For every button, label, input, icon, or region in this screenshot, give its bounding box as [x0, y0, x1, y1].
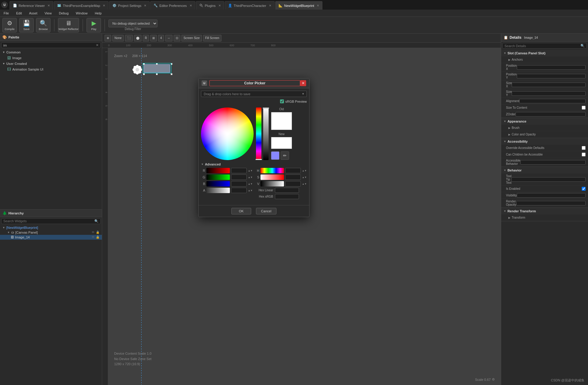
close-icon[interactable]: ✕	[144, 4, 146, 7]
srgb-checkbox[interactable]	[280, 99, 284, 103]
selection-handle-bm[interactable]	[156, 73, 158, 75]
close-icon[interactable]: ✕	[47, 4, 50, 7]
cancel-button[interactable]: Cancel	[256, 208, 276, 214]
zorder-input[interactable]	[516, 112, 586, 117]
lock-icon[interactable]: 🔒	[96, 231, 99, 234]
image-lock-icon[interactable]: 🔒	[96, 235, 99, 239]
palette-search-input[interactable]	[3, 44, 96, 47]
size-y-input[interactable]	[512, 91, 586, 96]
details-search-input[interactable]	[504, 44, 580, 48]
menu-window[interactable]: Window	[75, 11, 89, 15]
menu-file[interactable]: File	[2, 11, 10, 15]
pos-y-input[interactable]	[517, 74, 586, 78]
visibility-input[interactable]	[517, 193, 586, 198]
canvas-screen-size-btn[interactable]: Screen Size	[181, 35, 202, 41]
accessible-behavior-input[interactable]	[520, 160, 586, 165]
h-slider-container[interactable]	[260, 168, 284, 173]
hierarchy-item-canvas[interactable]: ▼ 🗂 [Canvas Panel] 👁 🔒	[0, 230, 102, 235]
canvas-circle-btn[interactable]: ⬤	[134, 35, 142, 41]
a-slider-container[interactable]	[206, 188, 230, 193]
brightness-slider[interactable]	[263, 108, 269, 160]
render-transform-header[interactable]: ▼ Render Transform	[501, 208, 588, 214]
menu-view[interactable]: View	[43, 11, 53, 15]
dialog-close-button[interactable]: ✕	[300, 80, 306, 86]
can-children-checkbox[interactable]	[582, 153, 586, 156]
ok-button[interactable]: OK	[231, 208, 251, 214]
transform-row[interactable]: ▶ Transform	[501, 214, 588, 221]
selection-handle-tm[interactable]	[156, 63, 158, 65]
override-accessible-checkbox[interactable]	[582, 146, 586, 150]
saved-bar-arrow-icon[interactable]: ▾	[302, 92, 304, 96]
selection-handle-tl[interactable]	[143, 63, 145, 65]
r-spin-icon[interactable]: ▲▼	[248, 169, 253, 172]
close-icon[interactable]: ✕	[190, 4, 192, 7]
tab-reference-viewer[interactable]: 📄 Reference Viewer ✕	[10, 1, 53, 10]
canvas-none-btn[interactable]: None	[112, 35, 124, 41]
accessibility-section-header[interactable]: ▼ Accessibility	[501, 138, 588, 145]
a-spin-icon[interactable]: ▲▼	[248, 189, 253, 192]
tab-third-person-character[interactable]: 👤 ThirdPersonCharacter ✕	[225, 1, 275, 10]
s-slider-container[interactable]	[260, 174, 284, 180]
canvas-square-btn[interactable]: ⬛	[125, 35, 133, 41]
srgb-preview-label[interactable]: sRGB Preview	[280, 99, 307, 103]
close-icon[interactable]: ✕	[218, 4, 221, 7]
canvas-fill-screen-btn[interactable]: Fill Screen	[203, 35, 221, 41]
v-value-input[interactable]: 1.0	[285, 181, 301, 186]
r-slider-container[interactable]	[206, 168, 230, 173]
close-icon[interactable]: ✕	[269, 4, 271, 7]
b-spin-icon[interactable]: ▲▼	[248, 183, 253, 185]
anchors-row[interactable]: ▶ Anchors	[501, 56, 588, 63]
h-value-input[interactable]: 0.0	[285, 168, 301, 173]
b-value-input[interactable]: 1.0	[231, 181, 247, 186]
size-x-input[interactable]	[512, 83, 586, 87]
alignment-input[interactable]	[519, 99, 586, 103]
canvas-grid-btn[interactable]: ⊞	[150, 35, 157, 41]
selection-handle-tr[interactable]	[171, 63, 172, 65]
canvas-num-btn[interactable]: 4	[158, 35, 164, 41]
image-visibility-icon[interactable]: 👁	[92, 235, 95, 239]
compile-button[interactable]: ⚙ Compile	[2, 18, 17, 32]
behavior-section-header[interactable]: ▼ Behavior	[501, 167, 588, 174]
canvas-arrows-btn[interactable]: ↔	[165, 35, 172, 41]
visibility-icon[interactable]: 👁	[92, 231, 95, 234]
v-slider-container[interactable]	[260, 181, 284, 186]
size-to-content-checkbox[interactable]	[582, 106, 586, 110]
debug-object-select[interactable]: No debug object selected	[108, 20, 157, 27]
slot-section-header[interactable]: ▼ Slot (Canvas Panel Slot)	[501, 50, 588, 56]
advanced-header[interactable]: ▼ Advanced	[201, 162, 307, 166]
is-enabled-checkbox[interactable]	[582, 187, 586, 191]
clear-search-icon[interactable]: ✕	[96, 43, 99, 47]
canvas-fit-icon[interactable]: ⊕	[105, 35, 111, 41]
selection-handle-br[interactable]	[171, 73, 172, 75]
scale-settings-icon[interactable]: ⚙	[492, 377, 495, 381]
appearance-section-header[interactable]: ▼ Appearance	[501, 118, 588, 125]
color-wheel-container[interactable]	[201, 108, 254, 160]
render-opacity-input[interactable]	[516, 201, 586, 205]
brush-row[interactable]: ▶ Brush	[501, 125, 588, 131]
image-item[interactable]: 🖼 Image	[0, 55, 102, 61]
animation-sample-item[interactable]: 🎞 Animation Sample UI	[0, 67, 102, 72]
save-button[interactable]: 💾 Save	[19, 18, 34, 32]
menu-help[interactable]: Help	[93, 11, 103, 15]
hierarchy-search-input[interactable]	[3, 219, 94, 223]
pos-x-input[interactable]	[517, 65, 586, 70]
tooltip-input[interactable]	[511, 177, 586, 182]
hex-srgb-input[interactable]: FFFFFFFF	[275, 194, 299, 199]
canvas-zoom-btn[interactable]: ⊡	[174, 35, 180, 41]
s-value-input[interactable]: 0.0	[285, 174, 301, 180]
tab-project-settings[interactable]: ⚙️ Project Settings ✕	[109, 1, 150, 10]
menu-debug[interactable]: Debug	[58, 11, 70, 15]
r-value-input[interactable]: 1.0	[231, 168, 247, 173]
browse-button[interactable]: 🔍 Browse	[36, 18, 50, 32]
v-spin-icon[interactable]: ▲▼	[302, 183, 307, 185]
close-icon[interactable]: ✕	[317, 4, 319, 7]
color-picker-dialog[interactable]: U Color Picker ✕ Drag & drop colors here…	[198, 78, 309, 217]
play-button[interactable]: ▶ Play	[87, 18, 101, 32]
hue-slider[interactable]	[256, 108, 261, 160]
g-slider-container[interactable]	[206, 174, 230, 180]
eyedropper-pick-btn[interactable]: ✏	[281, 151, 289, 160]
g-spin-icon[interactable]: ▲▼	[248, 176, 253, 179]
hex-linear-input[interactable]: FFFFFFFF	[275, 188, 299, 193]
tab-editor-preferences[interactable]: 🔧 Editor Preferences ✕	[150, 1, 195, 10]
tab-third-person-map[interactable]: 🗺️ ThirdPersonExampleMap ✕	[54, 1, 108, 10]
